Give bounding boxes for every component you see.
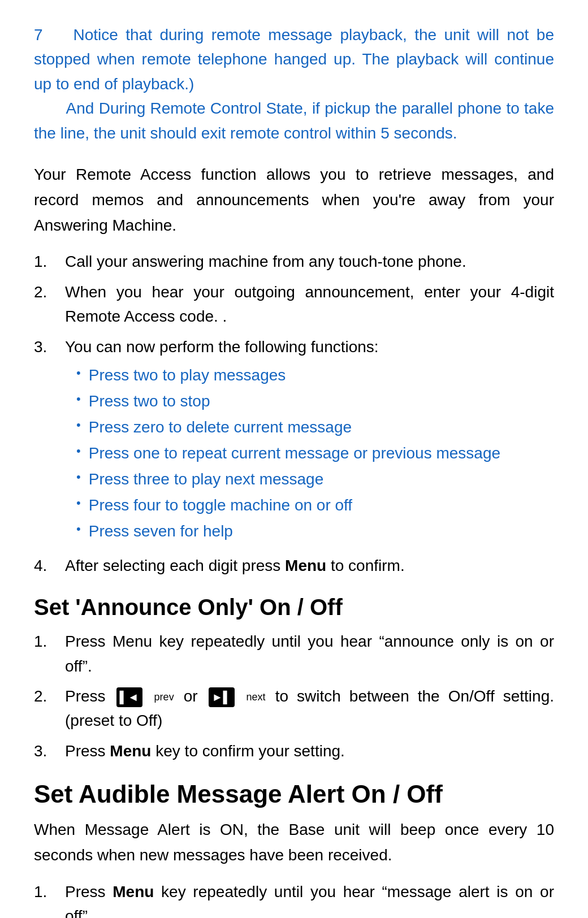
bullet-dot-3: • [76,415,81,434]
bullet-dot-1: • [76,363,81,382]
bullet-item-6: • Press four to toggle machine on or off [76,493,554,517]
step-2-num: 2. [34,280,65,329]
bullet-item-1: • Press two to play messages [76,363,554,387]
section-7-notice: 7 Notice that during remote message play… [34,23,554,145]
audible-steps-list: 1. Press Menu key repeatedly until you h… [34,880,554,918]
announce-step-3-num: 3. [34,739,65,763]
announce-step-3: 3. Press Menu key to confirm your settin… [34,739,554,763]
announce-heading: Set 'Announce Only' On / Off [34,595,554,620]
bullet-item-3: • Press zero to delete current message [76,415,554,439]
section-7-para1: Notice that during remote message playba… [34,26,554,93]
bullet-item-7: • Press seven for help [76,519,554,543]
step-1: 1. Call your answering machine from any … [34,249,554,274]
prev-icon-announce: ▌◄ [116,687,142,707]
bullet-dot-5: • [76,467,81,486]
announce-step-1-text: Press Menu key repeatedly until you hear… [65,629,554,678]
step-2-text: When you hear your outgoing announcement… [65,280,554,329]
bullet-dot-7: • [76,519,81,538]
section-7-num: 7 [34,26,43,44]
announce-step-2: 2. Press ▌◄ prev or ►▌ next to switch be… [34,684,554,733]
bullet-dot-6: • [76,493,81,512]
step-4-text: After selecting each digit press Menu to… [65,553,554,578]
step-3: 3. You can now perform the following fun… [34,335,554,548]
bullet-text-1: Press two to play messages [89,363,286,387]
next-icon-announce: ►▌ [209,687,235,707]
step-3-text: You can now perform the following functi… [65,335,554,548]
step-2: 2. When you hear your outgoing announcem… [34,280,554,329]
bullet-text-7: Press seven for help [89,519,233,543]
bullet-text-5: Press three to play next message [89,467,324,491]
step-4-num: 4. [34,553,65,578]
audible-intro: When Message Alert is ON, the Base unit … [34,817,554,868]
prev-label-announce: prev [154,691,174,703]
bullet-text-4: Press one to repeat current message or p… [89,441,500,465]
audible-step-1: 1. Press Menu key repeatedly until you h… [34,880,554,918]
announce-step-1-num: 1. [34,629,65,678]
step-1-num: 1. [34,249,65,274]
audible-step-1-num: 1. [34,880,65,918]
bullet-dot-2: • [76,389,81,408]
step-3-num: 3. [34,335,65,548]
announce-step-3-text: Press Menu key to confirm your setting. [65,739,554,763]
bullet-text-3: Press zero to delete current message [89,415,352,439]
audible-step-1-text: Press Menu key repeatedly until you hear… [65,880,554,918]
section-7-para2: And During Remote Control State, if pick… [34,99,554,141]
main-steps-list: 1. Call your answering machine from any … [34,249,554,578]
announce-step-2-num: 2. [34,684,65,733]
step-1-text: Call your answering machine from any tou… [65,249,554,274]
bullet-item-2: • Press two to stop [76,389,554,413]
section-7-text: 7 Notice that during remote message play… [34,23,554,145]
announce-steps-list: 1. Press Menu key repeatedly until you h… [34,629,554,763]
next-label-announce: next [247,691,266,703]
announce-step-1: 1. Press Menu key repeatedly until you h… [34,629,554,678]
bullet-text-2: Press two to stop [89,389,210,413]
bullet-item-4: • Press one to repeat current message or… [76,441,554,465]
bullet-text-6: Press four to toggle machine on or off [89,493,352,517]
audible-heading: Set Audible Message Alert On / Off [34,780,554,808]
intro-paragraph: Your Remote Access function allows you t… [34,162,554,238]
functions-bullet-list: • Press two to play messages • Press two… [76,363,554,543]
bullet-item-5: • Press three to play next message [76,467,554,491]
bullet-dot-4: • [76,441,81,460]
step-4: 4. After selecting each digit press Menu… [34,553,554,578]
announce-step-2-text: Press ▌◄ prev or ►▌ next to switch betwe… [65,684,554,733]
